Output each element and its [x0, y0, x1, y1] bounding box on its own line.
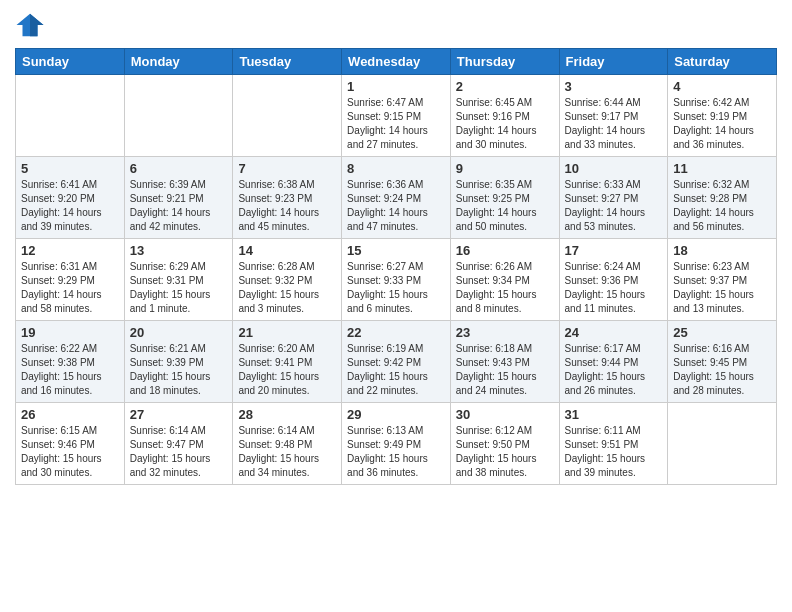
cell-info: Sunrise: 6:29 AMSunset: 9:31 PMDaylight:…: [130, 260, 228, 316]
day-number: 17: [565, 243, 663, 258]
cell-info: Sunrise: 6:31 AMSunset: 9:29 PMDaylight:…: [21, 260, 119, 316]
day-number: 5: [21, 161, 119, 176]
cell-info: Sunrise: 6:32 AMSunset: 9:28 PMDaylight:…: [673, 178, 771, 234]
week-row-1: 5 Sunrise: 6:41 AMSunset: 9:20 PMDayligh…: [16, 157, 777, 239]
calendar-cell: 6 Sunrise: 6:39 AMSunset: 9:21 PMDayligh…: [124, 157, 233, 239]
day-number: 1: [347, 79, 445, 94]
header-tuesday: Tuesday: [233, 49, 342, 75]
cell-info: Sunrise: 6:20 AMSunset: 9:41 PMDaylight:…: [238, 342, 336, 398]
header-row: SundayMondayTuesdayWednesdayThursdayFrid…: [16, 49, 777, 75]
calendar-cell: 23 Sunrise: 6:18 AMSunset: 9:43 PMDaylig…: [450, 321, 559, 403]
day-number: 16: [456, 243, 554, 258]
header-monday: Monday: [124, 49, 233, 75]
day-number: 2: [456, 79, 554, 94]
calendar-cell: 18 Sunrise: 6:23 AMSunset: 9:37 PMDaylig…: [668, 239, 777, 321]
day-number: 19: [21, 325, 119, 340]
day-number: 4: [673, 79, 771, 94]
calendar-cell: 2 Sunrise: 6:45 AMSunset: 9:16 PMDayligh…: [450, 75, 559, 157]
day-number: 21: [238, 325, 336, 340]
cell-info: Sunrise: 6:17 AMSunset: 9:44 PMDaylight:…: [565, 342, 663, 398]
cell-info: Sunrise: 6:47 AMSunset: 9:15 PMDaylight:…: [347, 96, 445, 152]
calendar-cell: 5 Sunrise: 6:41 AMSunset: 9:20 PMDayligh…: [16, 157, 125, 239]
logo-icon: [15, 10, 45, 40]
cell-info: Sunrise: 6:33 AMSunset: 9:27 PMDaylight:…: [565, 178, 663, 234]
page: SundayMondayTuesdayWednesdayThursdayFrid…: [0, 0, 792, 612]
calendar-cell: 24 Sunrise: 6:17 AMSunset: 9:44 PMDaylig…: [559, 321, 668, 403]
day-number: 13: [130, 243, 228, 258]
cell-info: Sunrise: 6:18 AMSunset: 9:43 PMDaylight:…: [456, 342, 554, 398]
cell-info: Sunrise: 6:15 AMSunset: 9:46 PMDaylight:…: [21, 424, 119, 480]
week-row-2: 12 Sunrise: 6:31 AMSunset: 9:29 PMDaylig…: [16, 239, 777, 321]
calendar-cell: 15 Sunrise: 6:27 AMSunset: 9:33 PMDaylig…: [342, 239, 451, 321]
day-number: 28: [238, 407, 336, 422]
calendar-cell: 12 Sunrise: 6:31 AMSunset: 9:29 PMDaylig…: [16, 239, 125, 321]
header-sunday: Sunday: [16, 49, 125, 75]
day-number: 30: [456, 407, 554, 422]
calendar-cell: 20 Sunrise: 6:21 AMSunset: 9:39 PMDaylig…: [124, 321, 233, 403]
calendar-cell: [668, 403, 777, 485]
day-number: 25: [673, 325, 771, 340]
cell-info: Sunrise: 6:21 AMSunset: 9:39 PMDaylight:…: [130, 342, 228, 398]
calendar-cell: [16, 75, 125, 157]
svg-marker-1: [30, 14, 44, 37]
calendar-cell: 25 Sunrise: 6:16 AMSunset: 9:45 PMDaylig…: [668, 321, 777, 403]
day-number: 20: [130, 325, 228, 340]
cell-info: Sunrise: 6:26 AMSunset: 9:34 PMDaylight:…: [456, 260, 554, 316]
day-number: 24: [565, 325, 663, 340]
cell-info: Sunrise: 6:13 AMSunset: 9:49 PMDaylight:…: [347, 424, 445, 480]
day-number: 15: [347, 243, 445, 258]
day-number: 27: [130, 407, 228, 422]
calendar-cell: 29 Sunrise: 6:13 AMSunset: 9:49 PMDaylig…: [342, 403, 451, 485]
calendar-cell: 1 Sunrise: 6:47 AMSunset: 9:15 PMDayligh…: [342, 75, 451, 157]
calendar-cell: 31 Sunrise: 6:11 AMSunset: 9:51 PMDaylig…: [559, 403, 668, 485]
week-row-0: 1 Sunrise: 6:47 AMSunset: 9:15 PMDayligh…: [16, 75, 777, 157]
cell-info: Sunrise: 6:16 AMSunset: 9:45 PMDaylight:…: [673, 342, 771, 398]
header-friday: Friday: [559, 49, 668, 75]
day-number: 14: [238, 243, 336, 258]
cell-info: Sunrise: 6:24 AMSunset: 9:36 PMDaylight:…: [565, 260, 663, 316]
cell-info: Sunrise: 6:11 AMSunset: 9:51 PMDaylight:…: [565, 424, 663, 480]
cell-info: Sunrise: 6:45 AMSunset: 9:16 PMDaylight:…: [456, 96, 554, 152]
header-saturday: Saturday: [668, 49, 777, 75]
cell-info: Sunrise: 6:35 AMSunset: 9:25 PMDaylight:…: [456, 178, 554, 234]
day-number: 8: [347, 161, 445, 176]
week-row-3: 19 Sunrise: 6:22 AMSunset: 9:38 PMDaylig…: [16, 321, 777, 403]
cell-info: Sunrise: 6:23 AMSunset: 9:37 PMDaylight:…: [673, 260, 771, 316]
cell-info: Sunrise: 6:27 AMSunset: 9:33 PMDaylight:…: [347, 260, 445, 316]
cell-info: Sunrise: 6:12 AMSunset: 9:50 PMDaylight:…: [456, 424, 554, 480]
calendar-cell: 11 Sunrise: 6:32 AMSunset: 9:28 PMDaylig…: [668, 157, 777, 239]
calendar-cell: [233, 75, 342, 157]
cell-info: Sunrise: 6:36 AMSunset: 9:24 PMDaylight:…: [347, 178, 445, 234]
day-number: 10: [565, 161, 663, 176]
day-number: 18: [673, 243, 771, 258]
calendar-table: SundayMondayTuesdayWednesdayThursdayFrid…: [15, 48, 777, 485]
day-number: 12: [21, 243, 119, 258]
calendar-cell: 10 Sunrise: 6:33 AMSunset: 9:27 PMDaylig…: [559, 157, 668, 239]
day-number: 26: [21, 407, 119, 422]
day-number: 3: [565, 79, 663, 94]
calendar-cell: 27 Sunrise: 6:14 AMSunset: 9:47 PMDaylig…: [124, 403, 233, 485]
calendar-cell: [124, 75, 233, 157]
cell-info: Sunrise: 6:14 AMSunset: 9:47 PMDaylight:…: [130, 424, 228, 480]
calendar-cell: 19 Sunrise: 6:22 AMSunset: 9:38 PMDaylig…: [16, 321, 125, 403]
calendar-cell: 9 Sunrise: 6:35 AMSunset: 9:25 PMDayligh…: [450, 157, 559, 239]
header-thursday: Thursday: [450, 49, 559, 75]
day-number: 31: [565, 407, 663, 422]
calendar-cell: 7 Sunrise: 6:38 AMSunset: 9:23 PMDayligh…: [233, 157, 342, 239]
calendar-cell: 16 Sunrise: 6:26 AMSunset: 9:34 PMDaylig…: [450, 239, 559, 321]
calendar-cell: 21 Sunrise: 6:20 AMSunset: 9:41 PMDaylig…: [233, 321, 342, 403]
cell-info: Sunrise: 6:19 AMSunset: 9:42 PMDaylight:…: [347, 342, 445, 398]
header: [15, 10, 777, 40]
day-number: 23: [456, 325, 554, 340]
cell-info: Sunrise: 6:39 AMSunset: 9:21 PMDaylight:…: [130, 178, 228, 234]
day-number: 22: [347, 325, 445, 340]
cell-info: Sunrise: 6:41 AMSunset: 9:20 PMDaylight:…: [21, 178, 119, 234]
calendar-cell: 17 Sunrise: 6:24 AMSunset: 9:36 PMDaylig…: [559, 239, 668, 321]
week-row-4: 26 Sunrise: 6:15 AMSunset: 9:46 PMDaylig…: [16, 403, 777, 485]
cell-info: Sunrise: 6:14 AMSunset: 9:48 PMDaylight:…: [238, 424, 336, 480]
cell-info: Sunrise: 6:38 AMSunset: 9:23 PMDaylight:…: [238, 178, 336, 234]
calendar-cell: 28 Sunrise: 6:14 AMSunset: 9:48 PMDaylig…: [233, 403, 342, 485]
day-number: 11: [673, 161, 771, 176]
day-number: 6: [130, 161, 228, 176]
calendar-cell: 30 Sunrise: 6:12 AMSunset: 9:50 PMDaylig…: [450, 403, 559, 485]
